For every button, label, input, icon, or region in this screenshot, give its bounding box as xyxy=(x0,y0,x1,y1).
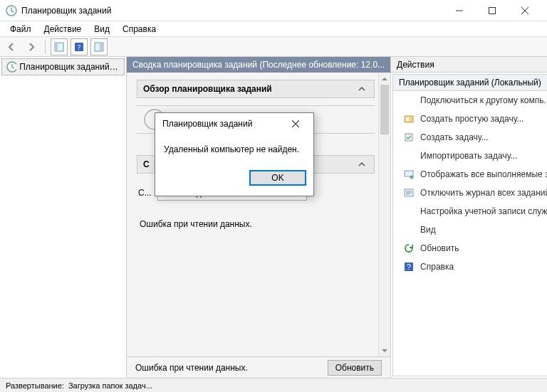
period-label: С... xyxy=(138,188,152,198)
menubar: Файл Действие Вид Справка xyxy=(0,21,547,37)
refresh-icon xyxy=(403,243,415,254)
dialog-ok-label: OK xyxy=(271,173,283,183)
show-hide-tree-button[interactable] xyxy=(51,38,68,55)
svg-rect-3 xyxy=(55,43,58,51)
dialog-ok-button[interactable]: OK xyxy=(249,170,306,186)
close-button[interactable] xyxy=(509,0,541,21)
actions-group-header[interactable]: Планировщик заданий (Локальный) xyxy=(393,75,547,91)
vertical-scrollbar[interactable] xyxy=(378,73,390,356)
menu-view[interactable]: Вид xyxy=(88,23,115,36)
wizard-icon xyxy=(403,113,415,125)
action-disable-history[interactable]: Отключить журнал всех заданий xyxy=(393,184,547,202)
action-label: Отображать все выполняемые за... xyxy=(420,169,547,179)
dialog-title-text: Планировщик заданий xyxy=(162,119,252,129)
action-refresh[interactable]: Обновить xyxy=(393,239,547,258)
svg-text:?: ? xyxy=(407,263,411,271)
scroll-thumb[interactable] xyxy=(380,85,389,134)
dialog-message: Удаленный компьютер не найден. xyxy=(155,134,313,170)
action-label: Справка xyxy=(420,262,454,272)
svg-rect-1 xyxy=(489,7,496,14)
action-label: Создать задачу... xyxy=(420,132,489,142)
action-label: Импортировать задачу... xyxy=(420,151,517,161)
blank-icon xyxy=(403,224,415,235)
action-label: Отключить журнал всех заданий xyxy=(420,188,547,198)
tree-root-label: Планировщик заданий (Ло... xyxy=(19,62,120,72)
scroll-up-arrow[interactable] xyxy=(379,73,390,85)
action-create-task[interactable]: Создать задачу... xyxy=(393,128,547,147)
tree-pane: Планировщик заданий (Ло... xyxy=(0,57,127,378)
tree-root-item[interactable]: Планировщик заданий (Ло... xyxy=(1,58,125,75)
svg-point-13 xyxy=(410,176,414,179)
action-connect[interactable]: Подключиться к другому компь... xyxy=(393,91,547,110)
content-area: Планировщик заданий (Ло... Сводка планир… xyxy=(0,57,547,378)
actions-pane: Действия Планировщик заданий (Локальный)… xyxy=(391,57,547,378)
dialog-close-button[interactable] xyxy=(285,115,306,132)
menu-file[interactable]: Файл xyxy=(4,23,37,36)
overview-section-title: Обзор планировщика заданий xyxy=(143,84,272,94)
blank-icon xyxy=(403,95,415,106)
toolbar-separator xyxy=(45,40,46,54)
maximize-button[interactable] xyxy=(476,0,509,21)
toolbar: ? xyxy=(0,37,547,57)
blank-icon xyxy=(403,206,415,217)
overview-section-header[interactable]: Обзор планировщика заданий xyxy=(137,80,375,98)
status-section-prefix: С xyxy=(143,159,150,169)
scroll-down-arrow[interactable] xyxy=(379,344,390,356)
action-view[interactable]: Вид ▸ xyxy=(393,221,547,239)
app-icon xyxy=(6,5,17,16)
collapse-icon xyxy=(355,158,368,171)
titlebar: Планировщик заданий xyxy=(0,0,547,21)
svg-text:?: ? xyxy=(78,43,81,51)
status-label: Развертывание: xyxy=(6,381,64,390)
minimize-button[interactable] xyxy=(443,0,476,21)
refresh-button-label: Обновить xyxy=(335,363,374,373)
dialog-titlebar: Планировщик заданий xyxy=(155,113,313,134)
status-value: Загрузка папок задач... xyxy=(68,381,152,390)
nav-forward-button[interactable] xyxy=(23,38,40,55)
refresh-button[interactable]: Обновить xyxy=(328,360,382,376)
collapse-icon xyxy=(355,83,368,95)
actions-header: Действия xyxy=(391,57,547,73)
summary-footer: Ошибка при чтении данных. Обновить xyxy=(127,356,390,378)
close-icon xyxy=(292,120,299,127)
menu-action[interactable]: Действие xyxy=(38,23,88,36)
action-label: Настройка учетной записи служ... xyxy=(420,206,547,216)
actions-body: Планировщик заданий (Локальный) Подключи… xyxy=(392,74,547,376)
action-label: Вид xyxy=(420,225,436,235)
actions-group-label: Планировщик заданий (Локальный) xyxy=(399,78,541,88)
action-label: Подключиться к другому компь... xyxy=(420,95,547,105)
action-label: Обновить xyxy=(420,243,459,253)
summary-pane: Сводка планировщика заданий (Последнее о… xyxy=(127,57,391,378)
action-show-running[interactable]: Отображать все выполняемые за... xyxy=(393,165,547,184)
window-controls xyxy=(443,0,541,21)
dialog-footer: OK xyxy=(155,170,313,196)
window-title: Планировщик заданий xyxy=(21,6,443,16)
action-label: Создать простую задачу... xyxy=(420,114,523,124)
read-error-text: Ошибка при чтении данных. xyxy=(137,205,375,243)
history-icon xyxy=(403,187,415,198)
task-icon xyxy=(403,132,415,143)
action-create-basic-task[interactable]: Создать простую задачу... xyxy=(393,110,547,128)
svg-rect-7 xyxy=(100,43,103,51)
footer-error-text: Ошибка при чтении данных. xyxy=(135,363,248,373)
statusbar: Развертывание: Загрузка папок задач... xyxy=(0,378,547,392)
help-button[interactable]: ? xyxy=(71,38,88,55)
blank-icon xyxy=(403,150,415,161)
svg-rect-10 xyxy=(406,117,409,121)
action-import-task[interactable]: Импортировать задачу... xyxy=(393,147,547,165)
menu-help[interactable]: Справка xyxy=(117,23,162,36)
action-account-settings[interactable]: Настройка учетной записи служ... xyxy=(393,202,547,221)
scheduler-icon xyxy=(6,61,16,73)
action-help[interactable]: ? Справка xyxy=(393,258,547,276)
error-dialog: Планировщик заданий Удаленный компьютер … xyxy=(155,112,314,196)
properties-button[interactable] xyxy=(90,38,108,55)
summary-header: Сводка планировщика заданий (Последнее о… xyxy=(127,57,390,73)
help-icon: ? xyxy=(403,261,415,272)
running-icon xyxy=(403,169,415,180)
nav-back-button[interactable] xyxy=(3,38,20,55)
